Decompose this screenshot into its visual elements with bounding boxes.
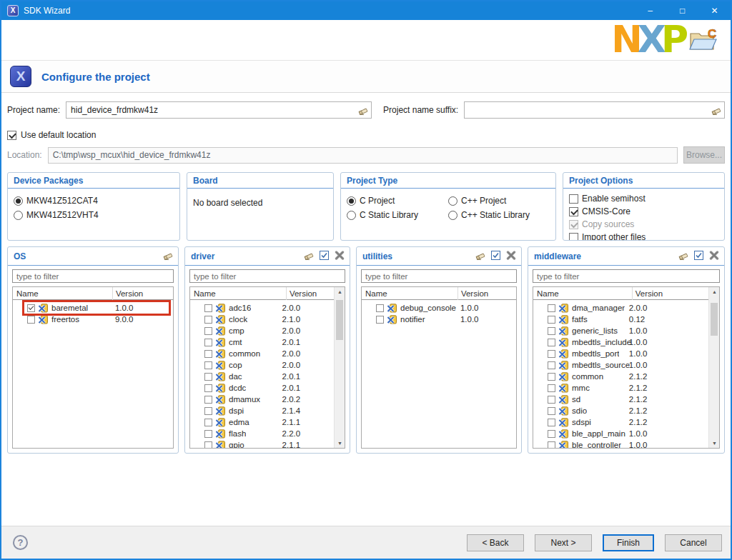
select-all-icon[interactable] — [491, 250, 500, 263]
suffix-input[interactable] — [465, 102, 724, 118]
component-row[interactable]: adc162.0.0 — [190, 302, 334, 314]
component-checkbox[interactable] — [204, 396, 212, 404]
component-checkbox[interactable] — [548, 396, 555, 404]
component-checkbox[interactable] — [204, 430, 212, 438]
component-checkbox[interactable] — [548, 361, 555, 369]
component-row[interactable]: gpio2.1.1 — [190, 439, 334, 448]
deselect-all-icon[interactable] — [506, 250, 516, 263]
component-checkbox[interactable] — [204, 350, 212, 358]
checkbox-cmsis-core[interactable]: CMSIS-Core — [569, 205, 718, 218]
component-checkbox[interactable] — [27, 316, 35, 324]
component-checkbox[interactable] — [27, 304, 35, 312]
column-header-version[interactable]: Version — [632, 287, 719, 300]
component-checkbox[interactable] — [548, 419, 555, 426]
component-row[interactable]: mbedtls_port1.0.0 — [533, 348, 708, 359]
component-checkbox[interactable] — [204, 361, 212, 369]
component-row[interactable]: freertos9.0.0 — [13, 314, 173, 325]
column-header-version[interactable]: Version — [458, 287, 516, 300]
radio-c-project[interactable]: C Project — [347, 194, 438, 208]
component-checkbox[interactable] — [548, 407, 555, 415]
component-row[interactable]: sdspi2.1.2 — [533, 416, 708, 428]
component-checkbox[interactable] — [204, 441, 212, 449]
close-button[interactable]: ✕ — [698, 1, 731, 20]
component-checkbox[interactable] — [548, 327, 555, 335]
clear-icon[interactable] — [711, 106, 721, 117]
component-checkbox[interactable] — [548, 304, 555, 312]
component-checkbox[interactable] — [376, 304, 384, 312]
back-button[interactable]: < Back — [467, 534, 524, 551]
component-row[interactable]: common2.1.2 — [533, 371, 708, 382]
clear-filter-icon[interactable] — [163, 250, 173, 263]
component-row[interactable]: notifier1.0.0 — [362, 314, 516, 325]
clear-filter-icon[interactable] — [475, 250, 485, 263]
component-row[interactable]: cmp2.0.0 — [190, 325, 334, 336]
component-row[interactable]: cmt2.0.1 — [190, 336, 334, 348]
component-checkbox[interactable] — [548, 430, 555, 438]
component-row[interactable]: fatfs0.12 — [533, 314, 708, 325]
component-row[interactable]: mmc2.1.2 — [533, 382, 708, 394]
component-row[interactable]: generic_lists1.0.0 — [533, 325, 708, 336]
help-button[interactable]: ? — [13, 535, 28, 550]
scroll-down-icon[interactable]: ▼ — [335, 441, 345, 446]
column-header-version[interactable]: Version — [112, 287, 173, 300]
filter-input[interactable] — [189, 269, 345, 283]
component-row[interactable]: cop2.0.0 — [190, 359, 334, 371]
component-row[interactable]: baremetal1.0.0 — [13, 302, 173, 314]
component-checkbox[interactable] — [548, 373, 555, 381]
component-row[interactable]: mbedtls_include1.0.0 — [533, 336, 708, 348]
filter-input[interactable] — [361, 269, 517, 283]
checkbox-enable-semihost[interactable]: Enable semihost — [569, 192, 718, 205]
component-row[interactable]: debug_console1.0.0 — [362, 302, 516, 314]
finish-button[interactable]: Finish — [603, 534, 654, 551]
component-row[interactable]: dcdc2.0.1 — [190, 382, 334, 394]
use-default-location-checkbox[interactable] — [7, 131, 16, 140]
component-checkbox[interactable] — [204, 316, 212, 324]
component-row[interactable]: sd2.1.2 — [533, 394, 708, 405]
component-checkbox[interactable] — [204, 384, 212, 392]
browse-button[interactable]: Browse... — [683, 146, 725, 164]
clear-filter-icon[interactable] — [304, 250, 314, 263]
component-checkbox[interactable] — [548, 316, 555, 324]
component-checkbox[interactable] — [204, 373, 212, 381]
column-header-name[interactable]: Name — [190, 289, 216, 298]
scroll-up-icon[interactable]: ▲ — [709, 289, 720, 294]
column-header-name[interactable]: Name — [533, 289, 559, 298]
component-row[interactable]: common2.0.0 — [190, 348, 334, 359]
component-checkbox[interactable] — [548, 384, 555, 392]
component-row[interactable]: flash2.2.0 — [190, 428, 334, 439]
clear-filter-icon[interactable] — [678, 250, 688, 263]
component-row[interactable]: sdio2.1.2 — [533, 405, 708, 416]
component-checkbox[interactable] — [204, 419, 212, 426]
project-name-input[interactable] — [66, 102, 371, 118]
component-checkbox[interactable] — [548, 441, 555, 449]
component-checkbox[interactable] — [376, 316, 384, 324]
component-row[interactable]: clock2.1.0 — [190, 314, 334, 325]
clear-icon[interactable] — [358, 106, 368, 117]
component-checkbox[interactable] — [548, 350, 555, 358]
component-row[interactable]: ble_appl_main1.0.0 — [533, 428, 708, 439]
scroll-down-icon[interactable]: ▼ — [709, 441, 720, 446]
select-all-icon[interactable] — [694, 250, 703, 263]
component-checkbox[interactable] — [204, 327, 212, 335]
component-row[interactable]: dspi2.1.4 — [190, 405, 334, 416]
scrollbar[interactable]: ▲ ▼ — [708, 287, 719, 448]
component-row[interactable]: ble_controller1.0.0 — [533, 439, 708, 448]
column-header-name[interactable]: Name — [362, 289, 387, 298]
column-header-name[interactable]: Name — [13, 289, 39, 298]
component-checkbox[interactable] — [548, 339, 555, 346]
deselect-all-icon[interactable] — [335, 250, 345, 263]
component-row[interactable]: edma2.1.1 — [190, 416, 334, 428]
radio-cpp-static-library[interactable]: C++ Static Library — [448, 208, 550, 222]
scrollbar-thumb[interactable] — [336, 300, 343, 340]
component-row[interactable]: dmamux2.0.2 — [190, 394, 334, 405]
radio-cpp-project[interactable]: C++ Project — [448, 194, 550, 208]
scrollbar[interactable]: ▲ ▼ — [334, 287, 345, 448]
scrollbar-thumb[interactable] — [711, 303, 718, 336]
scroll-up-icon[interactable]: ▲ — [335, 289, 345, 294]
checkbox-import-other-files[interactable]: Import other files — [569, 231, 718, 241]
component-checkbox[interactable] — [204, 304, 212, 312]
component-row[interactable]: dma_manager2.0.0 — [533, 302, 708, 314]
radio-c-static-library[interactable]: C Static Library — [347, 208, 438, 222]
component-row[interactable]: mbedtls_source1.0.0 — [533, 359, 708, 371]
radio-mkw41z512vht4[interactable]: MKW41Z512VHT4 — [14, 208, 174, 222]
